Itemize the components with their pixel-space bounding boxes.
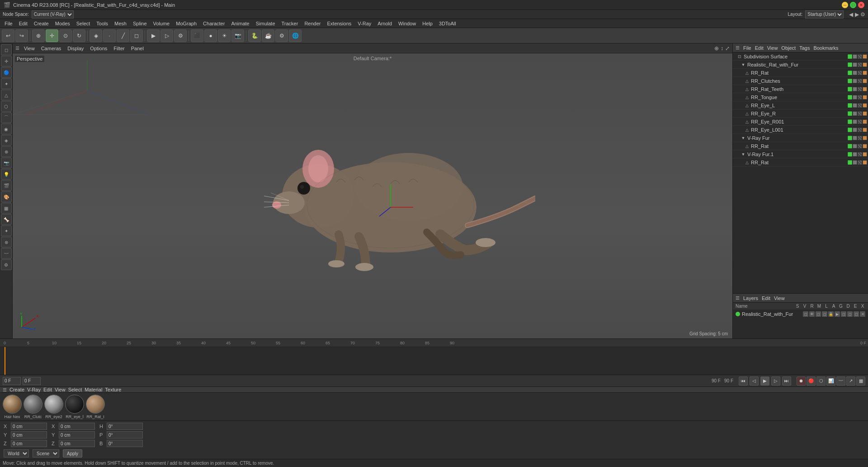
menu-spline[interactable]: Spline (130, 20, 150, 27)
obj-item-vray-fur[interactable]: ▼ V-Ray Fur (733, 134, 868, 142)
menu-help[interactable]: Help (420, 20, 435, 27)
lt-sculpt-button[interactable]: 🔵 (1, 67, 12, 78)
obj-vis-btn2[interactable] (848, 62, 852, 67)
obj-extra-btn[interactable] (863, 54, 867, 59)
lt-particles-button[interactable]: ✦ (1, 225, 12, 236)
layer-hamburger[interactable]: ☰ (736, 295, 740, 300)
obj-item-rr-eye-r001[interactable]: △ RR_Eye_R001 (733, 118, 868, 126)
vp-menu-panel[interactable]: Panel (129, 45, 146, 52)
autokey-button[interactable]: 🔴 (807, 376, 816, 386)
prev-frame-button[interactable]: ◁ (750, 376, 759, 386)
layer-d-btn[interactable]: ◻ (847, 311, 853, 317)
settings-button[interactable]: ⚙ (275, 29, 288, 42)
lt-dynamics-button[interactable]: ⊛ (1, 237, 12, 248)
mat-item-eye2[interactable]: RR_eye2 (44, 395, 63, 419)
go-start-button[interactable]: ⏮ (739, 376, 748, 386)
obj-menu-file[interactable]: File (743, 45, 751, 51)
mat-thumb-eye2[interactable] (44, 395, 63, 414)
lt-poly-button[interactable]: ⬡ (1, 101, 12, 112)
mat-item-rat-i[interactable]: RR_Rat_I (86, 395, 105, 419)
x-size-input[interactable] (59, 423, 95, 430)
vp-menu-view[interactable]: View (22, 45, 37, 52)
sphere-button[interactable]: ● (204, 29, 217, 42)
obj-render-btn2[interactable] (858, 62, 862, 67)
mat-menu-create[interactable]: Create (9, 387, 24, 392)
layer-m-btn[interactable]: ◻ (822, 311, 827, 317)
minimize-button[interactable]: ─ (842, 2, 848, 8)
layer-l-btn[interactable]: 🔒 (828, 311, 834, 317)
next-frame-button[interactable]: ▷ (771, 376, 780, 386)
layer-title[interactable]: Layers (743, 295, 758, 301)
lt-effector-button[interactable]: ⊗ (1, 146, 12, 157)
viewport-canvas[interactable]: Perspective Default Camera:* X Y Z Grid … (13, 53, 732, 338)
menu-select[interactable]: Select (74, 20, 93, 27)
b-rot-input[interactable] (107, 440, 143, 447)
vp-maximize-icon[interactable]: ⊕ (714, 45, 719, 52)
y-pos-input[interactable] (11, 431, 47, 438)
menu-animate[interactable]: Animate (228, 20, 252, 27)
menu-vray[interactable]: V-Ray (355, 20, 374, 27)
edges-mode-button[interactable]: ╱ (117, 29, 129, 42)
obj-item-rr-eye-l[interactable]: △ RR_Eye_L (733, 101, 868, 110)
lt-material-button[interactable]: 🎨 (1, 191, 12, 202)
render-viewport-button[interactable]: ▷ (160, 29, 173, 42)
globe-button[interactable]: 🌐 (289, 29, 302, 42)
python-button[interactable]: 🐍 (248, 29, 261, 42)
vp-menu-display[interactable]: Display (66, 45, 85, 52)
obj-hamburger[interactable]: ☰ (736, 45, 740, 50)
mat-menu-texture[interactable]: Texture (105, 387, 121, 392)
lt-hair-button[interactable]: 〰 (1, 248, 12, 259)
apply-button[interactable]: Apply (63, 449, 82, 457)
obj-item-rat-group[interactable]: ▼ Realistic_Rat_with_Fur (733, 61, 868, 69)
dope-button[interactable]: ▦ (856, 376, 865, 386)
title-bar-controls[interactable]: ─ □ ✕ (842, 2, 864, 8)
mat-thumb-hair[interactable] (3, 395, 22, 414)
menu-character[interactable]: Character (200, 20, 227, 27)
layer-r-btn[interactable]: ◻ (816, 311, 821, 317)
vis-btn[interactable] (848, 71, 852, 75)
menu-3dtoall[interactable]: 3DToAll (436, 20, 459, 27)
lock-btn[interactable] (853, 71, 857, 75)
menu-render[interactable]: Render (302, 20, 323, 27)
vp-sync-icon[interactable]: ↕ (721, 45, 723, 52)
lt-move-button[interactable]: ✛ (1, 56, 12, 67)
mat-thumb-rat-i[interactable] (86, 395, 105, 414)
scale-tool-button[interactable]: ⊙ (59, 29, 72, 42)
layer-s-btn[interactable]: ◻ (803, 311, 808, 317)
mat-menu-edit[interactable]: Edit (43, 387, 52, 392)
obj-item-rr-eye-r[interactable]: △ RR_Eye_R (733, 110, 868, 118)
lt-scene-button[interactable]: 🎬 (1, 180, 12, 191)
obj-item-subdiv[interactable]: ⊡ Subdivision Surface (733, 52, 868, 61)
mat-menu-vray[interactable]: V-Ray (27, 387, 41, 392)
obj-item-rr-eye-l001[interactable]: △ RR_Eye_L001 (733, 126, 868, 134)
current-frame-input[interactable] (23, 377, 41, 385)
move-tool-button[interactable]: ✛ (46, 29, 58, 42)
obj-item-rr-rat-2[interactable]: △ RR_Rat (733, 142, 868, 150)
menu-file[interactable]: File (2, 20, 15, 27)
redo-button[interactable]: ↪ (15, 29, 28, 42)
curve-button[interactable]: ↗ (846, 376, 855, 386)
mat-hamburger[interactable]: ☰ (3, 387, 7, 392)
maximize-button[interactable]: □ (850, 2, 856, 8)
lt-shape-button[interactable]: △ (1, 90, 12, 100)
obj-item-rr-rat[interactable]: △ RR_Rat (733, 69, 868, 77)
obj-item-rr-teeth[interactable]: △ RR_Rat_Teeth (733, 85, 868, 93)
obj-menu-bookmarks[interactable]: Bookmarks (813, 45, 838, 51)
menu-mesh[interactable]: Mesh (112, 20, 129, 27)
vp-expand-icon[interactable]: ⤢ (725, 45, 730, 52)
menu-mograph[interactable]: MoGraph (173, 20, 199, 27)
menu-window[interactable]: Window (396, 20, 419, 27)
mat-menu-view[interactable]: View (55, 387, 66, 392)
points-mode-button[interactable]: · (103, 29, 116, 42)
menu-simulate[interactable]: Simulate (253, 20, 278, 27)
obj-menu-edit[interactable]: Edit (755, 45, 764, 51)
obj-render-btn[interactable] (858, 54, 862, 59)
z-pos-input[interactable] (11, 440, 47, 447)
menu-tracker[interactable]: Tracker (279, 20, 301, 27)
vp-menu-options[interactable]: Options (88, 45, 109, 52)
render-button[interactable]: ▶ (147, 29, 160, 42)
menu-create[interactable]: Create (31, 20, 52, 27)
viewport-hamburger[interactable]: ☰ (15, 46, 19, 51)
node-space-dropdown[interactable]: Current (V-Ray) (32, 10, 74, 19)
mat-menu-select[interactable]: Select (68, 387, 82, 392)
